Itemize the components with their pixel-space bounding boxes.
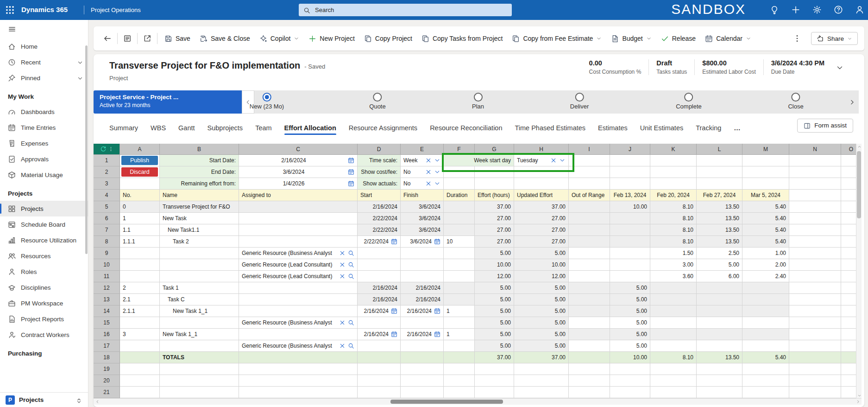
bpf-stage-dot[interactable] bbox=[262, 93, 271, 102]
column-header-D[interactable]: D bbox=[358, 144, 401, 155]
cell-J17[interactable]: 5.00 bbox=[610, 340, 650, 352]
cell-D16[interactable]: 2/16/2024 bbox=[358, 329, 401, 340]
cell-K16[interactable] bbox=[650, 329, 697, 340]
bpf-stage-quote[interactable]: Quote bbox=[369, 93, 385, 110]
cell-I20[interactable] bbox=[569, 375, 610, 387]
cell-C10[interactable]: Generic Resource (Lead Consultant) bbox=[239, 259, 358, 271]
cell-E14[interactable]: 2/16/2024 bbox=[401, 305, 444, 317]
cell-M2[interactable] bbox=[742, 166, 789, 178]
cell-M15[interactable] bbox=[742, 317, 789, 329]
gear-button[interactable] bbox=[812, 5, 822, 14]
cell-J11[interactable] bbox=[610, 271, 650, 282]
cell-B8[interactable]: Task 2 bbox=[160, 236, 239, 248]
cell-B4[interactable]: Name bbox=[160, 190, 239, 201]
cell-D8[interactable]: 2/22/2024 bbox=[358, 236, 401, 248]
cell-G6[interactable]: 27.00 bbox=[475, 213, 514, 224]
scroll-left-arrow[interactable] bbox=[94, 399, 101, 405]
scroll-down-arrow[interactable] bbox=[856, 393, 862, 398]
cell-I16[interactable] bbox=[569, 329, 610, 340]
row-number-18[interactable]: 18 bbox=[94, 352, 120, 363]
bpf-stage-new-23-mo[interactable]: New (23 Mo) bbox=[250, 93, 284, 110]
cell-B14[interactable]: New Task 1_1 bbox=[160, 305, 239, 317]
cell-L11[interactable]: 6.00 bbox=[697, 271, 742, 282]
cell-M6[interactable]: 5.40 bbox=[742, 213, 789, 224]
cell-C21[interactable] bbox=[239, 387, 358, 398]
cell-M8[interactable]: 5.40 bbox=[742, 236, 789, 248]
cell-C2[interactable]: 3/6/2024 bbox=[239, 166, 358, 178]
column-header-K[interactable]: K bbox=[650, 144, 697, 155]
cell-N8[interactable] bbox=[789, 236, 841, 248]
column-header-M[interactable]: M bbox=[742, 144, 789, 155]
cell-C15[interactable]: Generic Resource (Business Analyst bbox=[239, 317, 358, 329]
cell-H20[interactable] bbox=[514, 375, 569, 387]
sidebar-item-pm-workspace[interactable]: PM Workspace bbox=[0, 295, 88, 311]
cell-M19[interactable] bbox=[742, 363, 789, 375]
area-switcher-chevrons-icon[interactable] bbox=[75, 396, 82, 403]
cell-I4[interactable]: Out of Range bbox=[569, 190, 610, 201]
calendar-icon[interactable] bbox=[348, 180, 354, 187]
sidebar-item-pinned[interactable]: Pinned bbox=[0, 70, 88, 86]
cell-N11[interactable] bbox=[789, 271, 841, 282]
cell-G8[interactable]: 27.00 bbox=[475, 236, 514, 248]
row-number-9[interactable]: 9 bbox=[94, 248, 120, 259]
bpf-stage-close[interactable]: Close bbox=[788, 93, 803, 110]
sidebar-toggle-button[interactable] bbox=[0, 20, 88, 38]
search-input[interactable] bbox=[314, 6, 507, 14]
cell-K17[interactable] bbox=[650, 340, 697, 352]
cell-J20[interactable] bbox=[610, 375, 650, 387]
cell-E2[interactable]: No bbox=[401, 166, 444, 178]
sidebar-item-material-usage[interactable]: Material Usage bbox=[0, 167, 88, 183]
cell-J6[interactable] bbox=[610, 213, 650, 224]
row-number-13[interactable]: 13 bbox=[94, 294, 120, 305]
bpf-stage-dot[interactable] bbox=[792, 93, 800, 102]
cell-H21[interactable] bbox=[514, 387, 569, 398]
cell-A2[interactable]: Discard bbox=[120, 166, 160, 178]
hscroll-thumb[interactable] bbox=[390, 400, 503, 404]
cell-D10[interactable] bbox=[358, 259, 401, 271]
cell-F19[interactable] bbox=[444, 363, 475, 375]
cell-A1[interactable]: Publish bbox=[120, 155, 160, 166]
cell-A4[interactable]: No. bbox=[120, 190, 160, 201]
clear-icon[interactable] bbox=[339, 261, 346, 268]
cell-D15[interactable] bbox=[358, 317, 401, 329]
bpf-stage-dot[interactable] bbox=[684, 93, 693, 102]
cell-E8[interactable]: 3/6/2024 bbox=[401, 236, 444, 248]
cell-I9[interactable] bbox=[569, 248, 610, 259]
cell-C8[interactable] bbox=[239, 236, 358, 248]
command-copilot[interactable]: Copilot bbox=[255, 31, 304, 46]
cell-D2[interactable]: Show cost/fee: bbox=[358, 166, 401, 178]
cell-J8[interactable] bbox=[610, 236, 650, 248]
cell-H14[interactable]: 5.00 bbox=[514, 305, 569, 317]
cell-D4[interactable]: Start bbox=[358, 190, 401, 201]
cell-A9[interactable] bbox=[120, 248, 160, 259]
sidebar-item-expenses[interactable]: Expenses bbox=[0, 135, 88, 151]
cell-A20[interactable] bbox=[120, 375, 160, 387]
cell-M7[interactable]: 5.40 bbox=[742, 224, 789, 236]
cell-D11[interactable] bbox=[358, 271, 401, 282]
command-budget[interactable]: Budget bbox=[606, 31, 656, 46]
row-number-4[interactable]: 4 bbox=[94, 190, 120, 201]
row-number-12[interactable]: 12 bbox=[94, 282, 120, 294]
cell-B2[interactable]: End Date: bbox=[160, 166, 239, 178]
cell-H2[interactable] bbox=[514, 166, 569, 178]
cell-C11[interactable]: Generic Resource (Lead Consultant) bbox=[239, 271, 358, 282]
chevron-down-icon[interactable] bbox=[77, 75, 83, 81]
cell-L6[interactable]: 13.50 bbox=[697, 213, 742, 224]
search-icon[interactable] bbox=[348, 343, 354, 349]
cell-B9[interactable] bbox=[160, 248, 239, 259]
cell-D5[interactable]: 2/16/2024 bbox=[358, 201, 401, 213]
cell-G17[interactable]: 5.00 bbox=[475, 340, 514, 352]
cell-B17[interactable] bbox=[160, 340, 239, 352]
cell-D17[interactable] bbox=[358, 340, 401, 352]
cell-C12[interactable] bbox=[239, 282, 358, 294]
cell-F14[interactable]: 1 bbox=[444, 305, 475, 317]
sidebar-scrollbar-thumb[interactable] bbox=[85, 45, 88, 254]
calendar-icon[interactable] bbox=[348, 157, 354, 164]
cell-H15[interactable]: 5.00 bbox=[514, 317, 569, 329]
column-header-N[interactable]: N bbox=[789, 144, 841, 155]
plus-button[interactable] bbox=[791, 5, 800, 14]
cell-N4[interactable] bbox=[789, 190, 841, 201]
cell-L21[interactable] bbox=[697, 387, 742, 398]
cell-N17[interactable] bbox=[789, 340, 841, 352]
cell-C4[interactable]: Assigned to bbox=[239, 190, 358, 201]
